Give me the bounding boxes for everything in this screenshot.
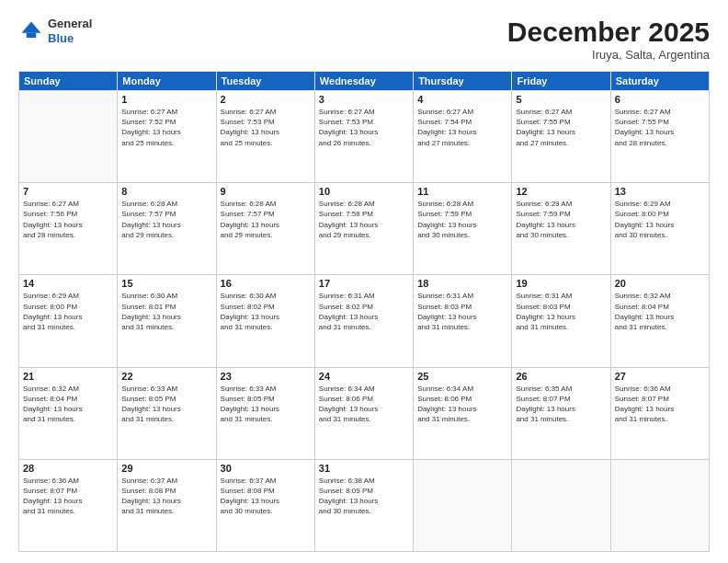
day-header-wednesday: Wednesday <box>314 72 413 91</box>
calendar-cell: 2Sunrise: 6:27 AM Sunset: 7:53 PM Daylig… <box>216 91 314 183</box>
day-info: Sunrise: 6:34 AM Sunset: 8:06 PM Dayligh… <box>319 384 409 425</box>
calendar-cell: 14Sunrise: 6:29 AM Sunset: 8:00 PM Dayli… <box>19 275 118 367</box>
calendar-cell: 9Sunrise: 6:28 AM Sunset: 7:57 PM Daylig… <box>216 183 314 275</box>
logo-general: General <box>48 17 92 30</box>
calendar-cell: 23Sunrise: 6:33 AM Sunset: 8:05 PM Dayli… <box>216 367 314 459</box>
logo: General Blue <box>18 17 92 45</box>
day-number: 24 <box>319 371 409 382</box>
day-info: Sunrise: 6:38 AM Sunset: 8:09 PM Dayligh… <box>319 476 409 517</box>
day-number: 1 <box>121 94 211 105</box>
day-number: 11 <box>417 186 507 197</box>
logo-text: General Blue <box>48 17 92 45</box>
day-info: Sunrise: 6:36 AM Sunset: 8:07 PM Dayligh… <box>23 476 113 517</box>
calendar-cell: 1Sunrise: 6:27 AM Sunset: 7:52 PM Daylig… <box>118 91 216 183</box>
day-number: 26 <box>516 371 606 382</box>
day-number: 4 <box>417 94 507 105</box>
svg-marker-0 <box>22 21 41 32</box>
day-info: Sunrise: 6:31 AM Sunset: 8:03 PM Dayligh… <box>417 291 507 332</box>
calendar-cell: 28Sunrise: 6:36 AM Sunset: 8:07 PM Dayli… <box>19 459 118 551</box>
day-info: Sunrise: 6:27 AM Sunset: 7:55 PM Dayligh… <box>615 107 705 148</box>
day-info: Sunrise: 6:33 AM Sunset: 8:05 PM Dayligh… <box>221 384 311 425</box>
day-info: Sunrise: 6:30 AM Sunset: 8:01 PM Dayligh… <box>121 291 211 332</box>
page: General Blue December 2025 Iruya, Salta,… <box>0 0 728 563</box>
day-number: 28 <box>23 463 113 474</box>
calendar-cell: 27Sunrise: 6:36 AM Sunset: 8:07 PM Dayli… <box>610 367 709 459</box>
day-info: Sunrise: 6:28 AM Sunset: 7:57 PM Dayligh… <box>121 199 211 240</box>
day-info: Sunrise: 6:29 AM Sunset: 8:00 PM Dayligh… <box>615 199 705 240</box>
calendar-cell: 26Sunrise: 6:35 AM Sunset: 8:07 PM Dayli… <box>512 367 610 459</box>
calendar-cell: 16Sunrise: 6:30 AM Sunset: 8:02 PM Dayli… <box>216 275 314 367</box>
svg-rect-1 <box>27 32 37 37</box>
day-number: 20 <box>615 278 705 289</box>
day-info: Sunrise: 6:27 AM Sunset: 7:55 PM Dayligh… <box>516 107 606 148</box>
calendar-cell: 31Sunrise: 6:38 AM Sunset: 8:09 PM Dayli… <box>314 459 413 551</box>
logo-blue: Blue <box>48 31 74 45</box>
calendar-cell: 7Sunrise: 6:27 AM Sunset: 7:56 PM Daylig… <box>19 183 118 275</box>
day-info: Sunrise: 6:37 AM Sunset: 8:08 PM Dayligh… <box>221 476 311 517</box>
calendar-cell: 18Sunrise: 6:31 AM Sunset: 8:03 PM Dayli… <box>414 275 512 367</box>
header-row: SundayMondayTuesdayWednesdayThursdayFrid… <box>19 72 710 91</box>
day-info: Sunrise: 6:34 AM Sunset: 8:06 PM Dayligh… <box>417 384 507 425</box>
day-number: 19 <box>516 278 606 289</box>
day-info: Sunrise: 6:27 AM Sunset: 7:53 PM Dayligh… <box>221 107 311 148</box>
day-info: Sunrise: 6:28 AM Sunset: 7:59 PM Dayligh… <box>417 199 507 240</box>
calendar-cell: 29Sunrise: 6:37 AM Sunset: 8:08 PM Dayli… <box>118 459 216 551</box>
calendar-cell: 15Sunrise: 6:30 AM Sunset: 8:01 PM Dayli… <box>118 275 216 367</box>
title-block: December 2025 Iruya, Salta, Argentina <box>507 17 710 62</box>
day-info: Sunrise: 6:32 AM Sunset: 8:04 PM Dayligh… <box>615 291 705 332</box>
calendar-cell: 24Sunrise: 6:34 AM Sunset: 8:06 PM Dayli… <box>314 367 413 459</box>
day-header-sunday: Sunday <box>19 72 118 91</box>
calendar-cell: 21Sunrise: 6:32 AM Sunset: 8:04 PM Dayli… <box>19 367 118 459</box>
day-info: Sunrise: 6:27 AM Sunset: 7:56 PM Dayligh… <box>23 199 113 240</box>
week-row-1: 7Sunrise: 6:27 AM Sunset: 7:56 PM Daylig… <box>19 183 710 275</box>
day-number: 29 <box>121 463 211 474</box>
calendar-cell: 12Sunrise: 6:29 AM Sunset: 7:59 PM Dayli… <box>512 183 610 275</box>
day-header-monday: Monday <box>118 72 216 91</box>
day-info: Sunrise: 6:36 AM Sunset: 8:07 PM Dayligh… <box>615 384 705 425</box>
day-number: 3 <box>319 94 409 105</box>
day-info: Sunrise: 6:28 AM Sunset: 7:58 PM Dayligh… <box>319 199 409 240</box>
day-number: 10 <box>319 186 409 197</box>
calendar-cell <box>414 459 512 551</box>
day-number: 27 <box>615 371 705 382</box>
calendar-cell <box>19 91 118 183</box>
day-info: Sunrise: 6:28 AM Sunset: 7:57 PM Dayligh… <box>221 199 311 240</box>
calendar-cell: 30Sunrise: 6:37 AM Sunset: 8:08 PM Dayli… <box>216 459 314 551</box>
location: Iruya, Salta, Argentina <box>507 48 710 62</box>
day-info: Sunrise: 6:31 AM Sunset: 8:03 PM Dayligh… <box>516 291 606 332</box>
day-number: 22 <box>121 371 211 382</box>
week-row-3: 21Sunrise: 6:32 AM Sunset: 8:04 PM Dayli… <box>19 367 710 459</box>
calendar-cell: 22Sunrise: 6:33 AM Sunset: 8:05 PM Dayli… <box>118 367 216 459</box>
calendar-table: SundayMondayTuesdayWednesdayThursdayFrid… <box>18 71 710 552</box>
calendar-cell: 13Sunrise: 6:29 AM Sunset: 8:00 PM Dayli… <box>610 183 709 275</box>
calendar-cell: 6Sunrise: 6:27 AM Sunset: 7:55 PM Daylig… <box>610 91 709 183</box>
day-number: 9 <box>221 186 311 197</box>
day-number: 13 <box>615 186 705 197</box>
day-number: 25 <box>417 371 507 382</box>
week-row-2: 14Sunrise: 6:29 AM Sunset: 8:00 PM Dayli… <box>19 275 710 367</box>
day-info: Sunrise: 6:27 AM Sunset: 7:54 PM Dayligh… <box>417 107 507 148</box>
day-info: Sunrise: 6:31 AM Sunset: 8:02 PM Dayligh… <box>319 291 409 332</box>
day-number: 30 <box>221 463 311 474</box>
day-info: Sunrise: 6:27 AM Sunset: 7:53 PM Dayligh… <box>319 107 409 148</box>
day-header-tuesday: Tuesday <box>216 72 314 91</box>
calendar-cell: 5Sunrise: 6:27 AM Sunset: 7:55 PM Daylig… <box>512 91 610 183</box>
day-number: 5 <box>516 94 606 105</box>
day-info: Sunrise: 6:30 AM Sunset: 8:02 PM Dayligh… <box>221 291 311 332</box>
calendar-cell: 17Sunrise: 6:31 AM Sunset: 8:02 PM Dayli… <box>314 275 413 367</box>
day-number: 15 <box>121 278 211 289</box>
month-title: December 2025 <box>507 17 710 48</box>
day-number: 23 <box>221 371 311 382</box>
day-info: Sunrise: 6:35 AM Sunset: 8:07 PM Dayligh… <box>516 384 606 425</box>
day-number: 2 <box>221 94 311 105</box>
calendar-cell <box>512 459 610 551</box>
day-info: Sunrise: 6:32 AM Sunset: 8:04 PM Dayligh… <box>23 384 113 425</box>
day-number: 18 <box>417 278 507 289</box>
calendar-cell: 10Sunrise: 6:28 AM Sunset: 7:58 PM Dayli… <box>314 183 413 275</box>
day-number: 7 <box>23 186 113 197</box>
day-info: Sunrise: 6:37 AM Sunset: 8:08 PM Dayligh… <box>121 476 211 517</box>
day-number: 8 <box>121 186 211 197</box>
calendar-cell <box>610 459 709 551</box>
calendar-cell: 25Sunrise: 6:34 AM Sunset: 8:06 PM Dayli… <box>414 367 512 459</box>
calendar-cell: 11Sunrise: 6:28 AM Sunset: 7:59 PM Dayli… <box>414 183 512 275</box>
